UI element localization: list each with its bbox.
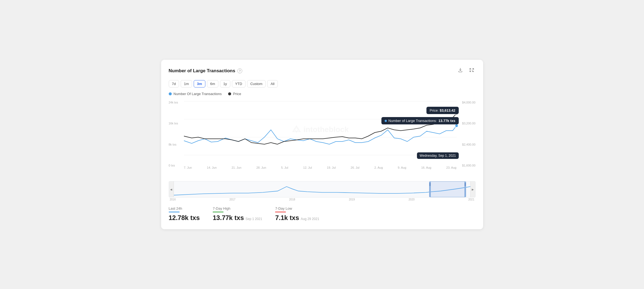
legend: Number Of Large Transactions Price: [169, 92, 476, 96]
stat-last24h-line: [169, 212, 180, 212]
stat-7daylow-date: Aug 29 2021: [301, 217, 319, 221]
x-label-11: 23. Aug: [446, 166, 456, 169]
filter-custom[interactable]: Custom: [247, 80, 266, 87]
overview-label-2016: 2016: [170, 198, 176, 201]
tooltip-txs-label: Number of Large Transactions:: [388, 119, 437, 123]
legend-txs-dot: [169, 92, 172, 95]
overview-label-2019: 2019: [349, 198, 355, 201]
y-label-0: 0 txs: [169, 164, 178, 167]
help-icon[interactable]: ?: [237, 68, 242, 73]
legend-txs: Number Of Large Transactions: [169, 92, 222, 96]
tooltip-date: Wednesday, Sep 1, 2021: [417, 152, 459, 159]
overview-chart[interactable]: ◀ ▶: [169, 181, 476, 197]
handle-left-icon: [429, 182, 431, 187]
x-label-6: 19. Jul: [327, 166, 336, 169]
header: Number of Large Transactions ?: [169, 66, 476, 75]
filter-3m[interactable]: 3m: [194, 80, 205, 87]
stat-7daylow-value: 7.1k txs Aug 29 2021: [275, 214, 319, 222]
tooltip-txs: Number of Large Transactions: 13.77k txs: [381, 117, 459, 124]
expand-icon: [469, 67, 474, 73]
chart-card: Number of Large Transactions ? 7d 1m 3m …: [161, 60, 483, 229]
svg-point-11: [455, 124, 458, 127]
download-button[interactable]: [457, 66, 464, 75]
tooltip-txs-value: 13.77k txs: [438, 119, 455, 123]
tooltip-price-value: $3,613.42: [440, 108, 455, 112]
tooltip-price-label: Price:: [430, 108, 439, 112]
download-icon: [458, 67, 463, 73]
y-label-2400: $2,400.00: [462, 143, 476, 146]
legend-price-label: Price: [233, 92, 241, 96]
overview-inner: [174, 181, 470, 197]
handle-right-icon: [464, 182, 466, 187]
overview-labels: 2016 2017 2018 2019 2020 2021: [169, 198, 476, 201]
y-label-16k: 16k txs: [169, 122, 178, 125]
filter-all[interactable]: All: [267, 80, 278, 87]
chart-title: Number of Large Transactions: [169, 68, 235, 74]
x-label-9: 9. Aug: [398, 166, 406, 169]
x-label-1: 14. Jun: [207, 166, 217, 169]
overview-label-2020: 2020: [409, 198, 415, 201]
header-actions: [457, 66, 476, 75]
overview-label-2018: 2018: [289, 198, 295, 201]
main-chart: 24k txs 16k txs 8k txs 0 txs $4,000.00 $…: [169, 99, 476, 169]
stat-7daylow-label: 7-Day Low: [275, 206, 319, 211]
overview-handle-left[interactable]: [429, 182, 431, 197]
stat-7daylow-line: [275, 212, 286, 212]
stat-last24h: Last 24h 12.78k txs: [169, 206, 200, 222]
y-axis-left: 24k txs 16k txs 8k txs 0 txs: [169, 99, 178, 169]
time-filters: 7d 1m 3m 6m 1y YTD Custom All: [169, 80, 476, 87]
chart-svg: [184, 99, 457, 161]
stat-7day-high: 7-Day High 13.77k txs Sep 1 2021: [213, 206, 262, 222]
stat-7dayhigh-label: 7-Day High: [213, 206, 262, 211]
svg-rect-12: [429, 183, 430, 186]
filter-1y[interactable]: 1y: [220, 80, 230, 87]
stat-7dayhigh-line: [213, 212, 224, 212]
filter-ytd[interactable]: YTD: [232, 80, 246, 87]
x-label-10: 16. Aug: [421, 166, 431, 169]
svg-rect-13: [430, 183, 431, 186]
tooltip-txs-dot: [385, 120, 387, 122]
overview-label-2017: 2017: [229, 198, 235, 201]
stat-7dayhigh-date: Sep 1 2021: [246, 217, 262, 221]
overview-label-2021: 2021: [468, 198, 474, 201]
legend-txs-label: Number Of Large Transactions: [174, 92, 222, 96]
x-label-8: 2. Aug: [374, 166, 383, 169]
filter-7d[interactable]: 7d: [169, 80, 179, 87]
legend-price-dot: [228, 92, 231, 95]
overview-selection-window[interactable]: [430, 181, 465, 197]
overview-handle-right[interactable]: [464, 182, 466, 197]
y-label-24k: 24k txs: [169, 101, 178, 104]
filter-1m[interactable]: 1m: [181, 80, 192, 87]
svg-rect-15: [465, 183, 466, 186]
stat-7dayhigh-value: 13.77k txs Sep 1 2021: [213, 214, 262, 222]
overview-container: ◀ ▶ 2016 2017 2018 2: [169, 181, 476, 201]
x-label-4: 5. Jul: [281, 166, 288, 169]
y-label-3200: $3,200.00: [462, 122, 476, 125]
x-label-2: 21. Jun: [232, 166, 241, 169]
y-label-4000: $4,000.00: [462, 101, 476, 104]
main-chart-area: 24k txs 16k txs 8k txs 0 txs $4,000.00 $…: [169, 99, 476, 180]
legend-price: Price: [228, 92, 241, 96]
overview-svg: [174, 181, 470, 197]
x-label-5: 12. Jul: [303, 166, 312, 169]
x-axis: 7. Jun 14. Jun 21. Jun 28. Jun 5. Jul 12…: [184, 166, 457, 169]
scroll-right-btn[interactable]: ▶: [470, 181, 475, 197]
y-label-1600: $1,600.00: [462, 164, 476, 167]
stat-last24h-label: Last 24h: [169, 206, 200, 211]
x-label-7: 26. Jul: [351, 166, 359, 169]
chart-inner: intotheblock: [184, 99, 457, 161]
y-label-8k: 8k txs: [169, 143, 178, 146]
scroll-left-btn[interactable]: ◀: [169, 181, 174, 197]
svg-rect-14: [465, 183, 465, 186]
stats-row: Last 24h 12.78k txs 7-Day High 13.77k tx…: [169, 206, 476, 222]
x-label-3: 28. Jun: [256, 166, 266, 169]
expand-button[interactable]: [468, 66, 476, 75]
x-label-0: 7. Jun: [184, 166, 192, 169]
tooltip-price: Price: $3,613.42: [426, 107, 459, 114]
stat-7day-low: 7-Day Low 7.1k txs Aug 29 2021: [275, 206, 319, 222]
filter-6m[interactable]: 6m: [207, 80, 218, 87]
y-axis-right: $4,000.00 $3,200.00 $2,400.00 $1,600.00: [462, 99, 476, 169]
title-row: Number of Large Transactions ?: [169, 68, 243, 74]
stat-last24h-value: 12.78k txs: [169, 214, 200, 222]
